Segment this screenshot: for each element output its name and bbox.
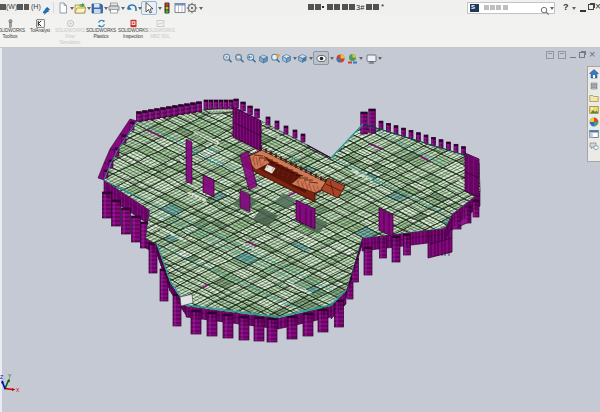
svg-text:Z: Z — [0, 374, 3, 380]
svg-text:Y: Y — [8, 373, 12, 379]
svg-text:X: X — [16, 387, 20, 393]
